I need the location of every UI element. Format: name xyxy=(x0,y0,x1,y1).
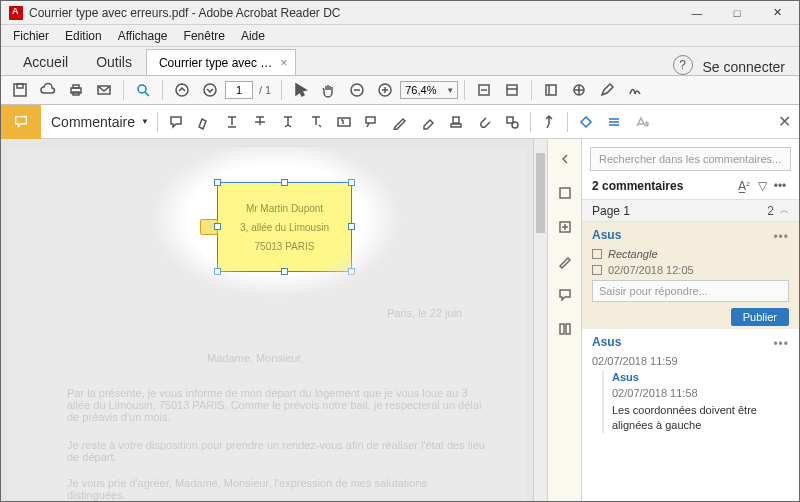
comment-item[interactable]: Asus ••• 02/07/2018 11:59 Asus 02/07/201… xyxy=(582,328,799,435)
rail-edit-icon[interactable] xyxy=(555,251,575,271)
read-aloud-icon[interactable] xyxy=(538,77,564,103)
reply-input[interactable]: Saisir pour répondre... xyxy=(592,280,789,302)
zoom-out-icon[interactable] xyxy=(344,77,370,103)
filter-icon[interactable]: ▽ xyxy=(753,179,771,193)
rectangle-icon xyxy=(592,249,602,259)
search-icon[interactable] xyxy=(130,77,156,103)
document-viewport[interactable]: Mr Martin Dupont 3, allée du Limousin 75… xyxy=(1,139,533,502)
underline-text-icon[interactable] xyxy=(218,108,246,136)
tab-document[interactable]: Courrier type avec … × xyxy=(146,49,296,75)
window-minimize-button[interactable]: — xyxy=(677,1,717,25)
insert-text-icon[interactable] xyxy=(302,108,330,136)
pointer-icon[interactable] xyxy=(288,77,314,103)
sticky-line: 3, allée du Limousin xyxy=(240,222,329,233)
page-number-input[interactable] xyxy=(225,81,253,99)
reply-message: Les coordonnées doivent être alignées à … xyxy=(612,403,789,433)
replace-text-icon[interactable] xyxy=(274,108,302,136)
svg-point-7 xyxy=(176,84,188,96)
publish-button[interactable]: Publier xyxy=(731,308,789,326)
comments-page-section[interactable]: Page 1 2 ︿ xyxy=(582,200,799,222)
svg-rect-16 xyxy=(366,117,375,123)
pin-icon[interactable] xyxy=(535,108,563,136)
page-down-icon[interactable] xyxy=(197,77,223,103)
page-up-icon[interactable] xyxy=(169,77,195,103)
svg-rect-18 xyxy=(451,124,461,127)
hand-icon[interactable] xyxy=(316,77,342,103)
vertical-scrollbar[interactable] xyxy=(533,139,547,502)
chevron-down-icon: ▼ xyxy=(446,86,457,95)
signin-link[interactable]: Se connecter xyxy=(703,59,792,75)
rail-comment-icon[interactable] xyxy=(555,285,575,305)
menu-edit[interactable]: Edition xyxy=(57,27,110,45)
reply-author: Asus xyxy=(612,371,789,383)
textbox-icon[interactable] xyxy=(330,108,358,136)
strikethrough-icon[interactable] xyxy=(246,108,274,136)
cloud-icon[interactable] xyxy=(35,77,61,103)
comment-item[interactable]: Asus ••• Rectangle 02/07/2018 12:05 Sais… xyxy=(582,222,799,328)
scrollbar-thumb[interactable] xyxy=(536,153,545,233)
svg-rect-13 xyxy=(546,85,556,95)
stamp-icon[interactable] xyxy=(442,108,470,136)
reply-timestamp: 02/07/2018 11:58 xyxy=(612,387,698,399)
chevron-down-icon[interactable]: ▼ xyxy=(141,117,149,126)
menu-help[interactable]: Aide xyxy=(233,27,273,45)
resize-handle[interactable] xyxy=(348,223,355,230)
svg-rect-0 xyxy=(14,84,26,96)
help-icon[interactable]: ? xyxy=(673,55,693,75)
fit-page-icon[interactable] xyxy=(499,77,525,103)
close-panel-icon[interactable]: ✕ xyxy=(769,112,799,131)
sticky-note-icon[interactable] xyxy=(162,108,190,136)
checkbox-icon[interactable] xyxy=(592,265,602,275)
menu-window[interactable]: Fenêtre xyxy=(176,27,233,45)
fill-color-icon[interactable] xyxy=(572,108,600,136)
resize-handle[interactable] xyxy=(348,179,355,186)
line-thickness-icon[interactable] xyxy=(600,108,628,136)
window-close-button[interactable]: ✕ xyxy=(757,1,797,25)
menu-file[interactable]: Fichier xyxy=(5,27,57,45)
zoom-level-dropdown[interactable]: 76,4%▼ xyxy=(400,81,458,99)
annotate-icon[interactable] xyxy=(566,77,592,103)
comment-mode-icon[interactable] xyxy=(1,105,41,139)
rail-export-icon[interactable] xyxy=(555,183,575,203)
rail-organize-icon[interactable] xyxy=(555,319,575,339)
more-icon[interactable]: ••• xyxy=(771,179,789,193)
menu-view[interactable]: Affichage xyxy=(110,27,176,45)
window-maximize-button[interactable]: □ xyxy=(717,1,757,25)
tab-bar: Accueil Outils Courrier type avec … × ? … xyxy=(1,47,799,75)
comments-search-input[interactable]: Rechercher dans les commentaires... xyxy=(590,147,791,171)
comment-menu-icon[interactable]: ••• xyxy=(773,337,789,351)
callout-icon[interactable] xyxy=(358,108,386,136)
tab-home[interactable]: Accueil xyxy=(9,49,82,75)
text-style-icon[interactable] xyxy=(628,108,656,136)
pdf-page: Mr Martin Dupont 3, allée du Limousin 75… xyxy=(7,147,527,502)
resize-handle[interactable] xyxy=(214,179,221,186)
fit-width-icon[interactable] xyxy=(471,77,497,103)
resize-handle[interactable] xyxy=(281,268,288,275)
sticky-note-annotation[interactable]: Mr Martin Dupont 3, allée du Limousin 75… xyxy=(217,182,352,272)
save-icon[interactable] xyxy=(7,77,33,103)
main-toolbar: / 1 76,4%▼ xyxy=(1,75,799,105)
rail-expand-icon[interactable] xyxy=(555,149,575,169)
highlight-icon[interactable] xyxy=(190,108,218,136)
pencil-icon[interactable] xyxy=(386,108,414,136)
shapes-icon[interactable] xyxy=(498,108,526,136)
eraser-icon[interactable] xyxy=(414,108,442,136)
mail-icon[interactable] xyxy=(91,77,117,103)
zoom-in-icon[interactable] xyxy=(372,77,398,103)
resize-handle[interactable] xyxy=(214,223,221,230)
tab-close-icon[interactable]: × xyxy=(280,56,287,70)
comment-menu-icon[interactable]: ••• xyxy=(773,230,789,244)
print-icon[interactable] xyxy=(63,77,89,103)
workspace: Mr Martin Dupont 3, allée du Limousin 75… xyxy=(1,139,799,502)
attachment-icon[interactable] xyxy=(470,108,498,136)
sort-icon[interactable]: A̲ᶻ xyxy=(735,179,753,193)
resize-handle[interactable] xyxy=(281,179,288,186)
svg-rect-15 xyxy=(338,118,350,126)
edit-icon[interactable] xyxy=(594,77,620,103)
resize-handle[interactable] xyxy=(348,268,355,275)
section-title: Page 1 xyxy=(592,204,630,218)
resize-handle[interactable] xyxy=(214,268,221,275)
sign-icon[interactable] xyxy=(622,77,648,103)
rail-create-icon[interactable] xyxy=(555,217,575,237)
tab-tools[interactable]: Outils xyxy=(82,49,146,75)
